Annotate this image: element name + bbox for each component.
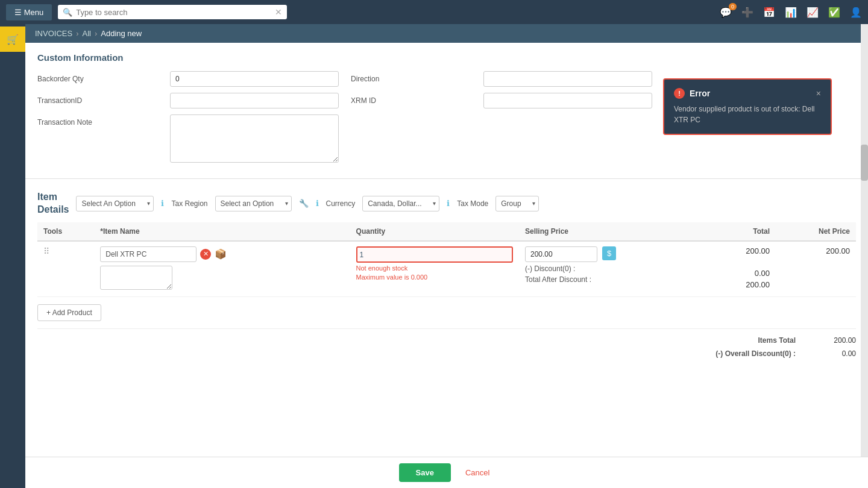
error-close-button[interactable]: × (816, 89, 821, 98)
error-title: Error (690, 89, 811, 98)
currency-select[interactable]: Canada, Dollar... (362, 196, 439, 211)
price-cell: $ (525, 246, 703, 262)
transaction-id-input[interactable] (170, 93, 339, 108)
net-price-value: 200.00 (782, 246, 850, 255)
product-note-input[interactable] (100, 266, 172, 290)
search-bar: 🔍 ✕ (58, 5, 287, 19)
drag-handle-icon[interactable]: ⠿ (43, 246, 49, 256)
items-total-label: Items Total (758, 336, 796, 345)
add-icon[interactable]: ➕ (741, 7, 753, 18)
top-nav: ☰ Menu 🔍 ✕ 💬 0 ➕ 📅 📊 📈 ✅ 👤 (0, 0, 868, 24)
user-icon[interactable]: 👤 (850, 7, 862, 18)
item-option-select-wrapper: Select An Option ▾ (76, 196, 154, 211)
breadcrumb: INVOICES › All › Adding new (25, 24, 868, 43)
direction-label: Direction (351, 71, 471, 83)
section-divider (25, 178, 868, 179)
transaction-id-label: TransactionID (37, 93, 158, 105)
items-total-value: 200.00 (808, 336, 856, 345)
search-icon: 🔍 (63, 8, 72, 17)
item-details-title: ItemDetails (37, 191, 69, 216)
items-total-row: Items Total 200.00 (37, 334, 856, 347)
discount-label: (-) Discount(0) : (525, 264, 703, 273)
search-input[interactable] (76, 8, 271, 17)
net-price-cell: 200.00 (776, 241, 856, 297)
tools-header: Tools (37, 222, 94, 241)
total-value: 200.00 (715, 246, 770, 255)
overall-discount-label: (-) Overall Discount(0) : (715, 349, 796, 358)
direction-input[interactable] (483, 71, 652, 87)
total-cell: 200.00 0.00 200.00 (709, 241, 776, 297)
tax-region-select[interactable]: Select an Option (215, 196, 292, 211)
tools-cell: ⠿ (37, 241, 94, 297)
item-name-header: *Item Name (94, 222, 350, 241)
backorder-qty-input[interactable] (170, 71, 339, 87)
net-price-header: Net Price (776, 222, 856, 241)
tax-region-select-wrapper: Select an Option ▾ (215, 196, 292, 211)
product-note (100, 266, 344, 292)
tax-region-info-icon[interactable]: ℹ (161, 199, 164, 208)
remove-product-button[interactable]: ✕ (200, 249, 211, 260)
after-discount-label: Total After Discount : (525, 275, 703, 284)
quantity-header: Quantity (350, 222, 519, 241)
breadcrumb-sep1: › (76, 29, 78, 38)
add-product-button[interactable]: + Add Product (37, 304, 101, 321)
item-details-header: ItemDetails Select An Option ▾ ℹ Tax Reg… (25, 185, 868, 222)
menu-label: Menu (24, 8, 44, 17)
wrench-icon[interactable]: 🔧 (299, 199, 309, 208)
nav-icons: 💬 0 ➕ 📅 📊 📈 ✅ 👤 (720, 7, 862, 18)
currency-info-icon[interactable]: ℹ (316, 199, 319, 208)
breadcrumb-all[interactable]: All (82, 29, 90, 38)
box-icon[interactable]: 📦 (215, 248, 227, 260)
breadcrumb-invoices[interactable]: INVOICES (35, 29, 72, 38)
overall-discount-value: 0.00 (808, 349, 856, 358)
overall-discount-row: (-) Overall Discount(0) : 0.00 (37, 347, 856, 360)
chart-line-icon[interactable]: 📈 (807, 7, 819, 18)
currency-select-wrapper: Canada, Dollar... ▾ (362, 196, 439, 211)
currency-label: Currency (326, 199, 356, 208)
tasks-icon[interactable]: ✅ (828, 7, 840, 18)
item-name-cell: ✕ 📦 (94, 241, 350, 297)
tax-mode-select[interactable]: Group (495, 196, 539, 211)
selling-price-cell: $ (-) Discount(0) : Total After Discount… (519, 241, 709, 297)
scrollbar[interactable] (861, 24, 868, 488)
error-popup: ! Error × Vendor supplied product is out… (663, 78, 832, 135)
chart-bar-icon[interactable]: 📊 (785, 7, 797, 18)
quantity-cell: Not enough stock Maximum value is 0.000 (350, 241, 519, 297)
quantity-input[interactable] (360, 251, 432, 259)
cancel-button[interactable]: Cancel (461, 463, 494, 482)
error-popup-header: ! Error × (674, 88, 821, 99)
xrm-id-input[interactable] (483, 93, 652, 108)
chat-icon[interactable]: 💬 0 (720, 7, 732, 18)
transaction-note-label: Transaction Note (37, 114, 158, 127)
dollar-icon-button[interactable]: $ (602, 246, 616, 260)
item-option-select[interactable]: Select An Option (76, 196, 154, 211)
qty-error2: Maximum value is 0.000 (356, 274, 513, 281)
total-header: Total (709, 222, 776, 241)
tax-mode-select-wrapper: Group ▾ (495, 196, 539, 211)
totals-section: Items Total 200.00 (-) Overall Discount(… (37, 328, 856, 360)
table-row: ⠿ ✕ 📦 (37, 241, 856, 297)
product-name-input[interactable] (100, 246, 197, 262)
menu-button[interactable]: ☰ Menu (6, 4, 52, 20)
hamburger-icon: ☰ (14, 8, 22, 17)
table-header-row: Tools *Item Name Quantity Selling Price … (37, 222, 856, 241)
breadcrumb-adding-new: Adding new (101, 29, 142, 38)
calendar-icon[interactable]: 📅 (763, 7, 775, 18)
bottom-bar: Save Cancel (25, 457, 868, 488)
qty-input-wrap (356, 246, 513, 263)
custom-info-title: Custom Information (37, 52, 856, 63)
save-button[interactable]: Save (399, 463, 451, 482)
discount-value: 0.00 (715, 269, 770, 278)
item-table: Tools *Item Name Quantity Selling Price … (37, 222, 856, 297)
error-message: Vendor supplied product is out of stock:… (674, 104, 821, 125)
scrollbar-thumb[interactable] (861, 145, 868, 181)
tax-mode-info-icon[interactable]: ℹ (447, 199, 450, 208)
search-clear-icon[interactable]: ✕ (275, 7, 282, 17)
transaction-note-input[interactable] (170, 114, 339, 163)
sidebar-invoices-icon[interactable]: 🛒 (0, 27, 25, 52)
sidebar: 🛒 (0, 24, 25, 488)
selling-price-header: Selling Price (519, 222, 709, 241)
error-circle-icon: ! (674, 88, 685, 99)
price-input[interactable] (525, 246, 597, 262)
tax-mode-label: Tax Mode (457, 199, 488, 208)
